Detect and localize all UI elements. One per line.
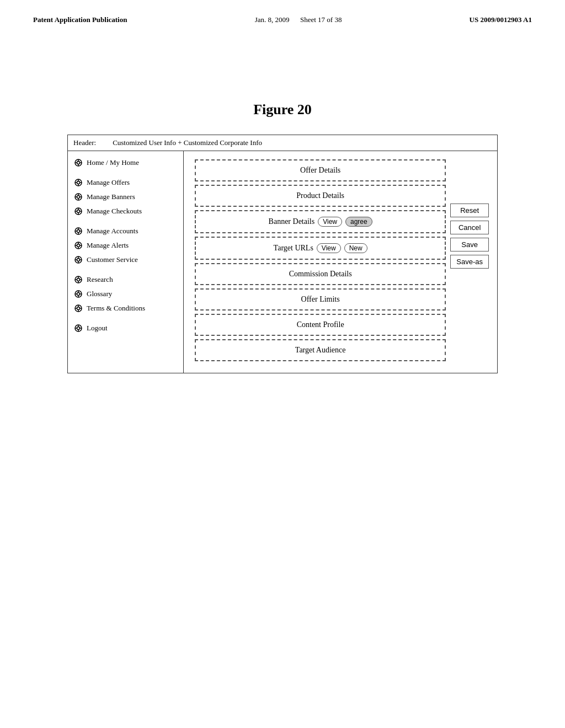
- diagram-wrapper: Header: Customized User Info + Customize…: [67, 135, 498, 373]
- patent-header-center: Jan. 8, 2009 Sheet 17 of 38: [255, 15, 342, 24]
- sidebar-label-terms: Terms & Conditions: [87, 304, 145, 313]
- customer-service-icon: [73, 255, 83, 265]
- sidebar-label-home: Home / My Home: [87, 158, 139, 167]
- manage-banners-icon: [73, 192, 83, 202]
- sidebar-item-research[interactable]: Research: [68, 272, 183, 287]
- figure-title: Figure 20: [0, 101, 565, 118]
- sidebar-label-glossary: Glossary: [87, 290, 112, 298]
- main-content: Offer Details Product Details Banner Det…: [184, 151, 497, 373]
- content-row: Home / My Home Manage O: [68, 151, 497, 373]
- terms-icon: [73, 303, 83, 313]
- patent-header-right: US 2009/0012903 A1: [470, 15, 532, 24]
- section-target-audience: Target Audience: [195, 339, 446, 361]
- section-target-urls-label: Target URLs: [274, 244, 313, 253]
- sections-panel: Offer Details Product Details Banner Det…: [195, 159, 446, 365]
- sidebar-spacer-2: [68, 218, 183, 224]
- sheet-info: Sheet 17 of 38: [300, 15, 342, 24]
- header-label: Header:: [73, 138, 96, 147]
- target-urls-row: Target URLs View New: [204, 243, 436, 253]
- svg-point-37: [77, 259, 80, 261]
- manage-checkouts-icon: [73, 206, 83, 216]
- sidebar-label-manage-alerts: Manage Alerts: [87, 241, 129, 250]
- section-content-profile: Content Profile: [195, 314, 446, 336]
- home-icon: [73, 158, 83, 168]
- section-banner-details: Banner Details View agree: [195, 210, 446, 233]
- sidebar-label-manage-offers: Manage Offers: [87, 178, 130, 187]
- section-offer-limits: Offer Limits: [195, 288, 446, 311]
- target-new-button[interactable]: New: [344, 243, 367, 253]
- sidebar-item-glossary[interactable]: Glossary: [68, 287, 183, 301]
- section-product-details: Product Details: [195, 185, 446, 207]
- glossary-icon: [73, 289, 83, 299]
- sidebar-item-manage-accounts[interactable]: Manage Accounts: [68, 224, 183, 238]
- section-content-profile-label: Content Profile: [297, 320, 344, 329]
- sidebar-item-customer-service[interactable]: Customer Service: [68, 253, 183, 267]
- sidebar-item-manage-alerts[interactable]: Manage Alerts: [68, 238, 183, 253]
- section-product-details-label: Product Details: [296, 191, 344, 200]
- save-as-button[interactable]: Save-as: [450, 255, 489, 269]
- svg-point-61: [77, 327, 80, 330]
- banner-details-row: Banner Details View agree: [204, 217, 436, 227]
- manage-alerts-icon: [73, 240, 83, 250]
- svg-point-19: [77, 210, 80, 213]
- section-banner-details-label: Banner Details: [269, 217, 315, 226]
- target-view-button[interactable]: View: [317, 243, 341, 253]
- header-value: Customized User Info + Customized Corpor…: [113, 138, 262, 147]
- sidebar-spacer-4: [68, 315, 183, 321]
- section-offer-details-label: Offer Details: [300, 166, 340, 174]
- sidebar-spacer-1: [68, 170, 183, 175]
- sidebar-label-research: Research: [87, 275, 113, 284]
- sidebar-label-manage-accounts: Manage Accounts: [87, 227, 138, 235]
- logout-icon: [73, 323, 83, 333]
- section-offer-details: Offer Details: [195, 159, 446, 181]
- section-target-urls: Target URLs View New: [195, 237, 446, 260]
- section-target-audience-label: Target Audience: [295, 346, 346, 354]
- research-icon: [73, 275, 83, 285]
- save-button[interactable]: Save: [450, 238, 489, 251]
- sidebar-label-customer-service: Customer Service: [87, 255, 138, 264]
- sidebar-item-manage-checkouts[interactable]: Manage Checkouts: [68, 204, 183, 218]
- action-buttons: Reset Cancel Save Save-as: [450, 159, 489, 365]
- svg-point-13: [77, 196, 80, 199]
- banner-agree-button[interactable]: agree: [345, 217, 372, 227]
- section-offer-limits-label: Offer Limits: [301, 295, 340, 303]
- banner-view-button[interactable]: View: [318, 217, 342, 227]
- svg-point-25: [77, 230, 80, 233]
- svg-point-1: [77, 162, 80, 164]
- cancel-button[interactable]: Cancel: [450, 221, 489, 234]
- outer-box: Header: Customized User Info + Customize…: [67, 135, 498, 373]
- svg-point-7: [77, 181, 80, 184]
- manage-offers-icon: [73, 178, 83, 188]
- sidebar-item-terms[interactable]: Terms & Conditions: [68, 301, 183, 315]
- sidebar: Home / My Home Manage O: [68, 151, 184, 373]
- sidebar-item-manage-banners[interactable]: Manage Banners: [68, 190, 183, 204]
- reset-button[interactable]: Reset: [450, 204, 489, 217]
- manage-accounts-icon: [73, 226, 83, 236]
- sidebar-item-logout[interactable]: Logout: [68, 321, 183, 335]
- sidebar-item-home[interactable]: Home / My Home: [68, 156, 183, 170]
- sidebar-label-manage-checkouts: Manage Checkouts: [87, 207, 142, 216]
- svg-point-43: [77, 279, 80, 281]
- section-commission-details-label: Commission Details: [289, 270, 352, 278]
- sidebar-label-logout: Logout: [87, 324, 108, 333]
- patent-header-left: Patent Application Publication: [33, 15, 127, 24]
- sidebar-spacer-3: [68, 267, 183, 272]
- svg-point-31: [77, 244, 80, 247]
- section-commission-details: Commission Details: [195, 263, 446, 285]
- svg-point-49: [77, 293, 80, 296]
- header-row: Header: Customized User Info + Customize…: [68, 135, 497, 151]
- svg-point-55: [77, 307, 80, 310]
- patent-header: Patent Application Publication Jan. 8, 2…: [0, 0, 565, 30]
- sidebar-label-manage-banners: Manage Banners: [87, 192, 135, 201]
- sidebar-item-manage-offers[interactable]: Manage Offers: [68, 175, 183, 190]
